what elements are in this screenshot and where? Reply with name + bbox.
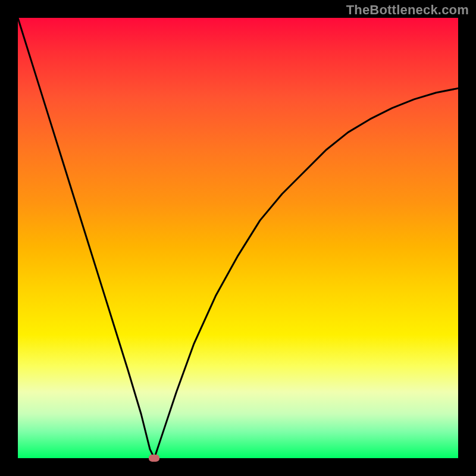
watermark-text: TheBottleneck.com bbox=[346, 2, 469, 18]
right-branch-curve bbox=[154, 88, 458, 458]
chart-frame: TheBottleneck.com bbox=[0, 0, 476, 476]
curve-layer bbox=[18, 18, 458, 458]
minimum-marker bbox=[149, 455, 159, 462]
plot-area bbox=[18, 18, 458, 458]
left-branch-curve bbox=[18, 18, 154, 458]
